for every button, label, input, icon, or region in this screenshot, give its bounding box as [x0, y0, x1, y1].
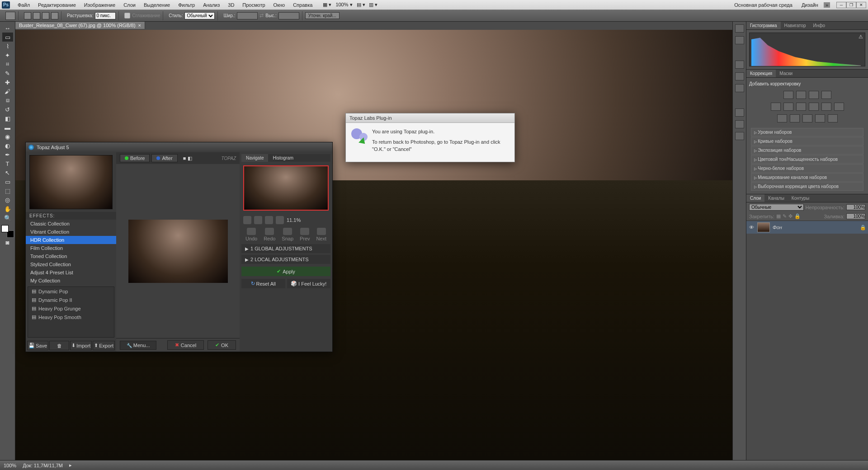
blend-mode-select[interactable]: Обычные	[749, 204, 804, 211]
preset-huesat[interactable]: Цветовой тон/Насыщенность наборов	[751, 155, 863, 164]
save-preset-button[interactable]: 💾Save	[27, 341, 48, 350]
color-swatches[interactable]	[1, 225, 14, 238]
tab-masks[interactable]: Маски	[776, 70, 796, 77]
crop-tool[interactable]: ⌗	[2, 60, 13, 69]
marquee-mode-add[interactable]	[33, 12, 40, 19]
adj-photo-filter-icon[interactable]	[821, 103, 831, 111]
navigate-tab[interactable]: Navigate	[241, 154, 268, 162]
adj-invert-icon[interactable]	[777, 114, 787, 122]
layer-visibility-icon[interactable]: 👁	[748, 224, 755, 230]
message-title-bar[interactable]: Topaz Labs Plug-in	[346, 113, 514, 123]
zoom-tool[interactable]: 🔍	[2, 213, 13, 222]
tab-adjustments[interactable]: Коррекция	[746, 70, 776, 77]
opacity-input[interactable]	[846, 204, 865, 210]
lasso-tool[interactable]: ⌇	[2, 42, 13, 51]
lock-pixels-icon[interactable]: ✎	[783, 213, 787, 219]
marquee-tool[interactable]: ▭	[2, 33, 13, 42]
preset-levels[interactable]: Уровни наборов	[751, 128, 863, 136]
zoom-dropdown[interactable]: 100% ▾	[331, 2, 356, 8]
histogram-tab[interactable]: Histogram	[268, 154, 298, 162]
collection-classic[interactable]: Classic Collection	[26, 220, 116, 228]
antialias-checkbox[interactable]	[124, 13, 130, 19]
prev-button[interactable]: Prev	[300, 228, 310, 241]
feather-input[interactable]	[95, 12, 116, 19]
tab-channels[interactable]: Каналы	[764, 194, 788, 202]
adj-vibrance-icon[interactable]	[771, 103, 781, 111]
strip-icon-8[interactable]	[735, 132, 744, 140]
preset-heavypopgrunge[interactable]: ▤Heavy Pop Grunge	[28, 304, 114, 313]
preset-dynamicpop2[interactable]: ▤Dynamic Pop II	[28, 296, 114, 304]
snap-button[interactable]: Snap	[282, 228, 293, 241]
preset-dynamicpop[interactable]: ▤Dynamic Pop	[28, 287, 114, 296]
menu-window[interactable]: Окно	[269, 2, 289, 8]
menu-3d[interactable]: 3D	[224, 2, 238, 8]
adj-gradient-map-icon[interactable]	[815, 114, 825, 122]
navigator-preview[interactable]	[243, 165, 329, 211]
strip-icon-1[interactable]	[735, 24, 744, 33]
marquee-mode-new[interactable]	[24, 12, 31, 19]
collection-film[interactable]: Film Collection	[26, 244, 116, 252]
history-brush-tool[interactable]: ↺	[2, 105, 13, 114]
preset-channelmix[interactable]: Микширование каналов наборов	[751, 173, 863, 182]
before-button[interactable]: Before	[120, 154, 150, 162]
eyedropper-tool[interactable]: ✎	[2, 69, 13, 78]
undo-button[interactable]: Undo	[245, 228, 257, 241]
menu-help[interactable]: Справка	[289, 2, 316, 8]
import-preset-button[interactable]: ⬇Import	[70, 341, 92, 350]
next-button[interactable]: Next	[316, 228, 326, 241]
status-dropdown-icon[interactable]: ▸	[69, 462, 72, 468]
workspace-design[interactable]: Дизайн	[798, 1, 822, 9]
pen-tool[interactable]: ✒	[2, 150, 13, 159]
view-single-icon[interactable]: ■	[183, 155, 186, 161]
histogram-warning-icon[interactable]: ⚠	[859, 34, 863, 40]
eraser-tool[interactable]: ◧	[2, 114, 13, 123]
zoom-out-icon[interactable]	[243, 216, 251, 224]
lock-position-icon[interactable]: ✥	[788, 213, 793, 219]
marquee-mode-sub[interactable]	[42, 12, 49, 19]
tab-navigator[interactable]: Навигатор	[781, 22, 810, 29]
menu-image[interactable]: Изображение	[80, 2, 119, 8]
menu-view[interactable]: Просмотр	[238, 2, 269, 8]
arrange-dropdown[interactable]: ▤ ▾	[357, 2, 365, 8]
path-tool[interactable]: ↖	[2, 168, 13, 177]
menu-edit[interactable]: Редактирование	[34, 2, 80, 8]
global-adjustments-section[interactable]: ▶ 1 GLOBAL ADJUSTMENTS	[241, 244, 330, 253]
adj-brightness-icon[interactable]	[783, 91, 793, 99]
tool-preset-icon[interactable]	[5, 12, 15, 20]
menu-analysis[interactable]: Анализ	[199, 2, 224, 8]
redo-button[interactable]: Redo	[264, 228, 275, 241]
strip-icon-5[interactable]	[735, 84, 744, 92]
view-split-icon[interactable]: ◧	[188, 155, 192, 161]
zoom-100-icon[interactable]	[276, 216, 284, 224]
dodge-tool[interactable]: ◐	[2, 141, 13, 150]
after-button[interactable]: After	[151, 154, 177, 162]
zoom-in-icon[interactable]	[254, 216, 262, 224]
preset-selcolor[interactable]: Выборочная коррекция цвета наборов	[751, 182, 863, 191]
local-adjustments-section[interactable]: ▶ 2 LOCAL ADJUSTMENTS	[241, 255, 330, 264]
strip-icon-7[interactable]	[735, 120, 744, 128]
adj-posterize-icon[interactable]	[790, 114, 800, 122]
preset-bw[interactable]: Черно-белое наборов	[751, 164, 863, 173]
collection-adjust4[interactable]: Adjust 4 Preset List	[26, 268, 116, 277]
blur-tool[interactable]: ◉	[2, 132, 13, 141]
tab-info[interactable]: Инфо	[810, 22, 829, 29]
preset-curves[interactable]: Кривые наборов	[751, 137, 863, 146]
type-tool[interactable]: T	[2, 159, 13, 168]
menu-layers[interactable]: Слои	[119, 2, 140, 8]
layer-row-background[interactable]: 👁 Фон 🔒	[746, 221, 868, 234]
tab-paths[interactable]: Контуры	[788, 194, 813, 202]
gradient-tool[interactable]: ▬	[2, 123, 13, 132]
brush-tool[interactable]: 🖌	[2, 87, 13, 96]
stamp-tool[interactable]: ⧇	[2, 96, 13, 105]
window-restore[interactable]: ❐	[846, 2, 856, 8]
apply-button[interactable]: ✔Apply	[241, 267, 330, 276]
adj-selective-color-icon[interactable]	[828, 114, 838, 122]
preset-heavypopsmooth[interactable]: ▤Heavy Pop Smooth	[28, 313, 114, 321]
collection-stylized[interactable]: Stylized Collection	[26, 260, 116, 268]
3d-tool[interactable]: ⬚	[2, 186, 13, 195]
zoom-fit-icon[interactable]	[265, 216, 273, 224]
main-preview[interactable]	[116, 164, 240, 338]
marquee-mode-intersect[interactable]	[51, 12, 58, 19]
lock-all-icon[interactable]: 🔒	[794, 213, 801, 219]
adj-balance-icon[interactable]	[796, 103, 806, 111]
